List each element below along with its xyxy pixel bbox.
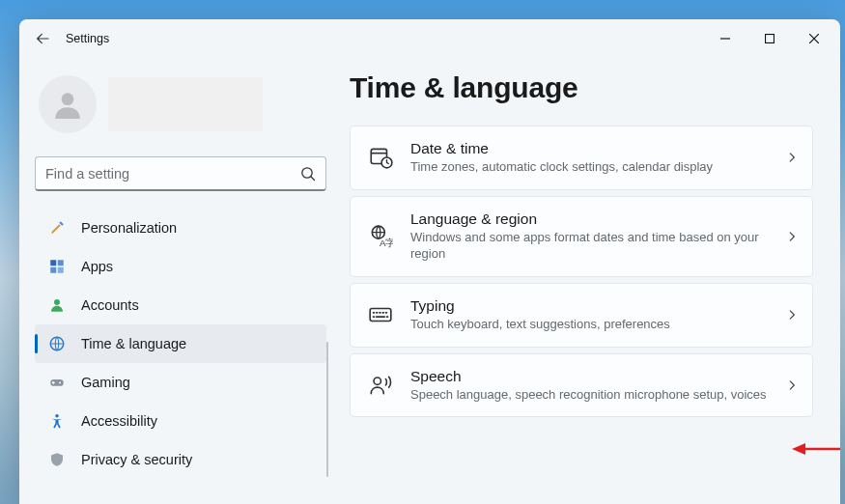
card-language-region[interactable]: A字 Language & region Windows and some ap… (350, 196, 813, 277)
minimize-button[interactable] (703, 24, 747, 53)
svg-point-10 (59, 381, 61, 383)
sidebar-item-gaming[interactable]: Gaming (35, 363, 326, 402)
account-block[interactable] (35, 75, 326, 133)
sidebar-item-label: Gaming (81, 375, 130, 390)
shield-icon (48, 451, 66, 468)
chevron-right-icon (785, 378, 799, 392)
window-title: Settings (66, 32, 109, 45)
svg-point-17 (374, 378, 380, 384)
sidebar-item-label: Privacy & security (81, 452, 192, 467)
close-button[interactable] (792, 24, 836, 53)
back-button[interactable] (23, 19, 62, 58)
page-title: Time & language (350, 71, 813, 104)
card-desc: Touch keyboard, text suggestions, prefer… (410, 317, 768, 333)
svg-rect-16 (370, 309, 391, 322)
person-icon (51, 88, 84, 121)
account-name-redacted (108, 77, 263, 131)
minimize-icon (720, 34, 730, 43)
paintbrush-icon (48, 219, 66, 237)
search-input[interactable] (45, 166, 300, 182)
svg-rect-4 (58, 260, 64, 266)
sidebar-item-accessibility[interactable]: Accessibility (35, 402, 326, 440)
svg-rect-5 (50, 267, 56, 273)
sidebar-item-personalization[interactable]: Personalization (35, 209, 326, 247)
svg-point-1 (62, 93, 74, 105)
svg-marker-19 (792, 443, 805, 455)
card-title: Speech (410, 368, 768, 385)
sidebar-item-label: Apps (81, 259, 113, 274)
search-box[interactable] (35, 156, 326, 191)
card-typing[interactable]: Typing Touch keyboard, text suggestions,… (350, 283, 813, 348)
sidebar-item-time-language[interactable]: Time & language (35, 324, 326, 363)
close-icon (809, 34, 819, 43)
settings-cards: Date & time Time zones, automatic clock … (350, 126, 813, 417)
titlebar: Settings (19, 19, 840, 58)
chevron-right-icon (785, 230, 799, 243)
gaming-icon (48, 374, 66, 391)
accounts-icon (48, 296, 66, 314)
chevron-right-icon (785, 151, 799, 164)
sidebar-item-label: Accounts (81, 297, 139, 313)
sidebar: Personalization Apps Accounts (19, 58, 340, 504)
card-desc: Windows and some apps format dates and t… (410, 230, 768, 263)
card-title: Language & region (410, 210, 768, 228)
main-content: Time & language Date & time Time zones, … (340, 58, 840, 504)
svg-point-11 (55, 414, 58, 417)
card-date-time[interactable]: Date & time Time zones, automatic clock … (350, 126, 813, 190)
sidebar-item-label: Time & language (81, 336, 186, 351)
time-language-icon (48, 335, 66, 352)
svg-text:A字: A字 (380, 238, 393, 248)
svg-rect-6 (58, 267, 64, 273)
accessibility-icon (48, 412, 66, 430)
sidebar-item-privacy[interactable]: Privacy & security (35, 440, 326, 479)
avatar (39, 75, 97, 133)
svg-rect-3 (50, 260, 56, 266)
card-desc: Time zones, automatic clock settings, ca… (410, 159, 768, 176)
search-icon (300, 166, 316, 182)
card-title: Date & time (410, 140, 768, 157)
svg-rect-0 (766, 35, 775, 43)
annotation-arrow (792, 442, 840, 456)
nav-list: Personalization Apps Accounts (35, 209, 326, 479)
sidebar-item-label: Personalization (81, 220, 177, 236)
globe-language-icon: A字 (368, 224, 393, 249)
sidebar-item-apps[interactable]: Apps (35, 247, 326, 286)
card-speech[interactable]: Speech Speech language, speech recogniti… (350, 353, 813, 418)
maximize-button[interactable] (747, 24, 792, 53)
maximize-icon (765, 34, 775, 43)
back-arrow-icon (35, 31, 50, 46)
chevron-right-icon (785, 308, 799, 322)
calendar-clock-icon (368, 145, 393, 170)
keyboard-icon (368, 302, 393, 327)
settings-window: Settings (19, 19, 840, 504)
card-title: Typing (410, 297, 768, 315)
speech-icon (368, 373, 393, 398)
apps-icon (48, 258, 66, 275)
card-desc: Speech language, speech recognition micr… (410, 387, 768, 404)
sidebar-item-accounts[interactable]: Accounts (35, 286, 326, 324)
sidebar-scrollbar[interactable] (326, 342, 328, 477)
sidebar-item-label: Accessibility (81, 413, 157, 429)
svg-point-7 (54, 299, 60, 305)
